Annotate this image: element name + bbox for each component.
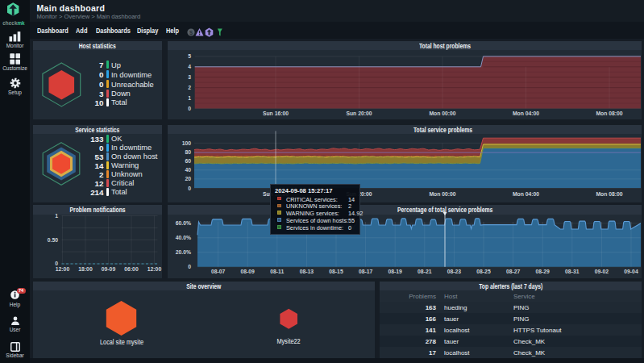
svg-text:12:00: 12:00	[55, 266, 69, 272]
svg-text:Mon 00:00: Mon 00:00	[429, 190, 455, 196]
svg-text:09-02: 09-02	[595, 269, 609, 274]
svg-text:18:00: 18:00	[78, 266, 93, 272]
svg-text:08-21: 08-21	[418, 269, 432, 274]
svg-text:40.0%: 40.0%	[176, 235, 191, 240]
svg-text:1: 1	[188, 94, 191, 100]
svg-text:Mon 00:00: Mon 00:00	[429, 110, 455, 115]
svg-text:20.0%: 20.0%	[176, 249, 191, 255]
svg-text:20: 20	[185, 176, 191, 182]
svg-text:0.50: 0.50	[47, 237, 57, 243]
svg-text:Mon 04:00: Mon 04:00	[513, 190, 539, 196]
svg-text:08-23: 08-23	[447, 269, 462, 274]
svg-text:80: 80	[185, 148, 191, 154]
svg-text:4: 4	[188, 64, 191, 69]
svg-text:Mon 08:00: Mon 08:00	[596, 190, 622, 196]
svg-text:Mon 08:00: Mon 08:00	[596, 110, 622, 115]
svg-text:3: 3	[188, 74, 191, 80]
svg-text:Sun 20:00: Sun 20:00	[346, 110, 372, 115]
svg-text:08-19: 08-19	[388, 269, 403, 274]
svg-text:12:00: 12:00	[147, 266, 161, 272]
svg-text:0: 0	[188, 264, 191, 269]
svg-text:08-29: 08-29	[536, 269, 551, 274]
svg-text:08-13: 08-13	[300, 269, 314, 274]
svg-text:2: 2	[188, 85, 191, 90]
svg-text:40: 40	[185, 167, 191, 173]
svg-text:09-04: 09-04	[624, 269, 638, 274]
svg-text:08-11: 08-11	[270, 269, 284, 274]
svg-text:06:00: 06:00	[124, 266, 139, 272]
svg-text:08-17: 08-17	[359, 269, 373, 274]
svg-text:checkmk: checkmk	[2, 20, 25, 26]
svg-text:08-09: 08-09	[241, 269, 256, 274]
svg-text:08-15: 08-15	[329, 269, 343, 274]
svg-text:5: 5	[188, 53, 191, 59]
svg-text:08-27: 08-27	[506, 269, 521, 274]
svg-text:08-31: 08-31	[565, 269, 580, 274]
svg-text:60.0%: 60.0%	[176, 220, 191, 226]
svg-text:60: 60	[185, 158, 191, 164]
svg-text:09-09: 09-09	[101, 266, 115, 272]
svg-text:0: 0	[188, 185, 191, 190]
svg-text:100: 100	[182, 140, 192, 145]
svg-text:1: 1	[55, 213, 58, 219]
svg-text:0: 0	[188, 105, 191, 111]
svg-text:Sun 16:00: Sun 16:00	[263, 110, 289, 115]
svg-text:Mon 04:00: Mon 04:00	[513, 110, 539, 115]
svg-text:08-25: 08-25	[476, 269, 491, 274]
svg-text:08-07: 08-07	[211, 269, 226, 274]
